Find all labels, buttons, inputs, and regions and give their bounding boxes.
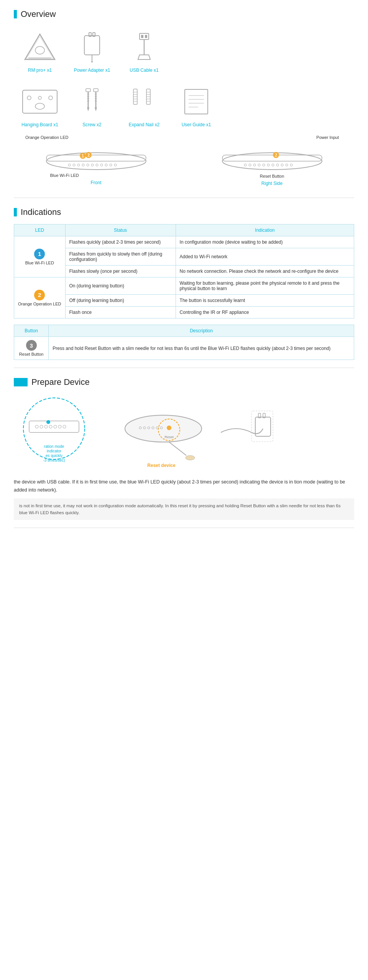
indication-cell-2: Added to Wi-Fi network (176, 248, 354, 266)
svg-point-12 (27, 96, 31, 100)
svg-point-96 (125, 415, 202, 442)
indications-header: Indications (14, 207, 354, 217)
status-cell-3: Flashes slowly (once per second) (65, 266, 176, 277)
table-row: 3 Reset Button Press and hold Reset Butt… (14, 337, 354, 360)
svg-rect-9 (145, 35, 147, 38)
table-row: Flash once Controlling the IR or RF appl… (14, 307, 354, 318)
prepare-note: is not in first time use, it may not wor… (14, 498, 354, 520)
blue-wifi-led-name: Blue Wi-Fi LED (18, 261, 61, 265)
orange-op-led-label: Orange Operation LED (25, 135, 69, 140)
svg-point-57 (96, 164, 98, 166)
prepare-middle-image: Reset Reset device (102, 394, 209, 472)
overview-item-usb-cable: USB Cable x1 (118, 26, 170, 77)
front-label: Front (90, 180, 101, 185)
overview-items-row1: RM pro+ x1 Power Adapter x1 (14, 26, 354, 77)
badge-3: 3 (26, 340, 37, 351)
prepare-note-text: is not in first time use, it may not wor… (19, 503, 340, 515)
indication-cell-4: Waiting for button learning, please poin… (176, 277, 354, 295)
table-row: Off (during learning button) The button … (14, 295, 354, 307)
svg-rect-48 (46, 155, 146, 161)
svg-rect-8 (141, 35, 143, 38)
svg-rect-23 (94, 89, 98, 92)
usb-cable-icon (125, 30, 163, 64)
screw-label: Screw x2 (82, 122, 101, 127)
power-adapter-icon (73, 30, 111, 64)
indication-cell-5: The button is successfully learnt (176, 295, 354, 307)
svg-point-1 (35, 46, 44, 54)
overview-item-hanging-board: Hanging Board x1 (14, 81, 66, 131)
reset-btn-cell: 3 Reset Button (14, 337, 49, 360)
status-cell-4: On (during learning button) (65, 277, 176, 295)
status-cell-1: Flashes quickly (about 2-3 times per sec… (65, 236, 176, 248)
btn-th-button: Button (14, 325, 49, 337)
overview-bar (14, 10, 17, 18)
svg-point-73 (253, 164, 256, 166)
svg-text:es quickly: es quickly (46, 454, 62, 458)
svg-rect-112 (251, 411, 273, 442)
front-bottom-labels: Blue Wi-Fi LED (43, 173, 150, 178)
overview-item-rm-pro: RM pro+ x1 (14, 26, 66, 77)
indications-table: LED Status Indication 1 Blue Wi-Fi LED F… (14, 224, 354, 318)
right-bottom-labels: Reset Button (219, 174, 326, 178)
svg-point-78 (276, 164, 279, 166)
prepare-main-text: the device with USB cable. If it is in f… (14, 478, 354, 495)
svg-rect-83 (29, 421, 79, 432)
svg-marker-22 (87, 107, 89, 111)
overview-title: Overview (21, 9, 56, 19)
svg-text:indicator: indicator (47, 449, 61, 453)
indications-title: Indications (21, 207, 61, 217)
svg-text:Reset: Reset (164, 435, 174, 439)
expand-nail-icon (125, 84, 163, 119)
reset-btn-name: Reset Button (18, 352, 44, 356)
svg-point-71 (244, 164, 246, 166)
svg-point-75 (263, 164, 265, 166)
blue-wifi-led-label: Blue Wi-Fi LED (50, 173, 79, 178)
hanging-board-label: Hanging Board x1 (21, 122, 58, 127)
rm-pro-label: RM pro+ x1 (28, 68, 52, 73)
svg-point-54 (82, 164, 84, 166)
svg-point-81 (290, 164, 292, 166)
table-row: Flashes slowly (once per second) No netw… (14, 266, 354, 277)
button-table: Button Description 3 Reset Button Press … (14, 325, 354, 360)
overview-item-power-adapter: Power Adapter x1 (66, 26, 118, 77)
overview-item-expand-nail: Expand Nail x2 (118, 81, 170, 131)
power-input-label: Power Input (316, 135, 339, 140)
front-device-container: 1 2 Blue Wi-Fi LED (43, 141, 150, 178)
svg-marker-29 (95, 107, 97, 111)
svg-point-14 (49, 96, 53, 100)
svg-point-55 (87, 164, 89, 166)
usb-cable-label: USB Cable x1 (130, 68, 158, 73)
overview-section: Overview RM pro+ x1 (0, 0, 368, 198)
overview-items-row2: Hanging Board x1 (14, 81, 354, 131)
right-device-svg: 2 (219, 141, 326, 172)
blue-wifi-led-cell: 1 Blue Wi-Fi LED (14, 236, 66, 277)
svg-point-61 (114, 164, 117, 166)
overview-header: Overview (14, 9, 354, 19)
svg-point-56 (91, 164, 94, 166)
svg-rect-42 (185, 89, 208, 114)
svg-point-58 (100, 164, 103, 166)
svg-point-91 (46, 420, 50, 424)
user-guide-icon (177, 84, 215, 119)
th-led: LED (14, 224, 66, 236)
svg-text:1: 1 (82, 154, 84, 158)
prepare-right-image (213, 394, 274, 472)
rm-pro-icon (21, 30, 59, 64)
svg-text:2: 2 (87, 153, 90, 157)
svg-point-53 (77, 164, 80, 166)
svg-point-79 (281, 164, 283, 166)
status-cell-2: Flashes from quickly to slowly then off … (65, 248, 176, 266)
table-row: Flashes from quickly to slowly then off … (14, 248, 354, 266)
right-side-label: Right Side (261, 181, 283, 186)
svg-point-74 (258, 164, 260, 166)
status-cell-5: Off (during learning button) (65, 295, 176, 307)
orange-op-led-cell: 2 Orange Operation LED (14, 277, 66, 318)
btn-th-desc: Description (49, 325, 354, 337)
prepare-section: Prepare Device ration mode (0, 368, 368, 528)
svg-point-15 (35, 103, 44, 109)
svg-point-51 (68, 164, 71, 166)
table-row: 2 Orange Operation LED On (during learni… (14, 277, 354, 295)
prepare-header: Prepare Device (14, 377, 354, 387)
svg-point-90 (63, 425, 66, 428)
prepare-bar (14, 378, 28, 386)
